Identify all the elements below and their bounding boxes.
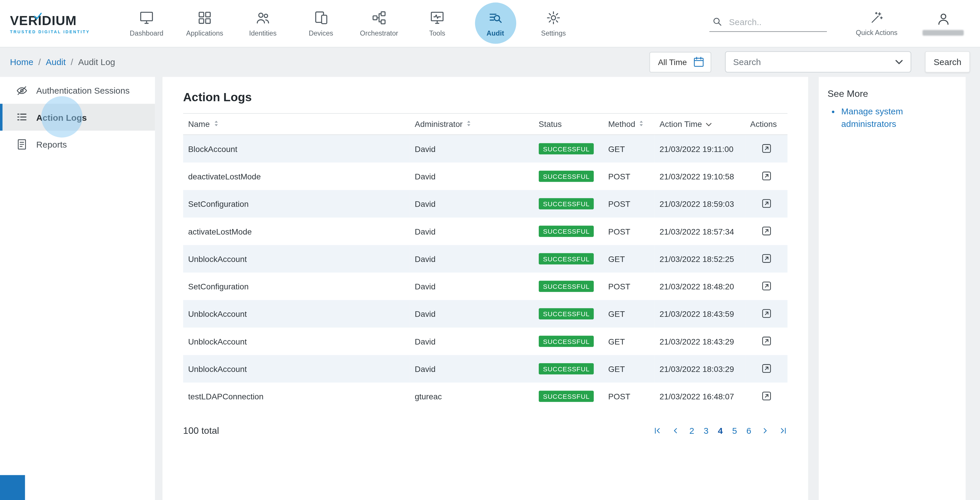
- cell-method: POST: [603, 272, 654, 300]
- nav-item-orchestrator[interactable]: Orchestrator: [350, 0, 408, 47]
- search-icon: [712, 16, 722, 27]
- view-log-button[interactable]: [759, 224, 773, 238]
- search-button[interactable]: Search: [925, 51, 970, 73]
- search-filter-dropdown[interactable]: Search: [725, 51, 912, 73]
- breadcrumb: Home / Audit / Audit Log: [10, 57, 115, 67]
- view-log-button[interactable]: [759, 141, 773, 156]
- table-header-row: Name Administrator Status Method Action …: [183, 113, 788, 135]
- cell-administrator: David: [410, 162, 534, 190]
- view-log-button[interactable]: [759, 306, 773, 321]
- cell-action-time: 21/03/2022 18:48:20: [654, 272, 745, 300]
- nav-item-audit[interactable]: Audit: [466, 0, 524, 47]
- table-row: BlockAccount David SUCCESSFUL GET 21/03/…: [183, 135, 788, 162]
- nav-item-dashboard[interactable]: Dashboard: [118, 0, 176, 47]
- sidebar-item-authentication-sessions[interactable]: Authentication Sessions: [0, 77, 155, 104]
- logo-wordmark: VERIDIUM: [10, 13, 77, 27]
- view-log-button[interactable]: [759, 169, 773, 183]
- view-log-icon: [760, 335, 772, 347]
- page-link-current[interactable]: 4: [718, 425, 723, 435]
- nav-item-label: Settings: [541, 29, 566, 37]
- table-row: deactivateLostMode David SUCCESSFUL POST…: [183, 162, 788, 190]
- table-row: activateLostMode David SUCCESSFUL POST 2…: [183, 218, 788, 245]
- view-log-icon: [760, 143, 772, 154]
- view-log-button[interactable]: [759, 251, 773, 266]
- column-header-administrator[interactable]: Administrator: [410, 113, 534, 135]
- veridium-logo[interactable]: VERIDIUM TRUSTED DIGITAL IDENTITY: [10, 13, 105, 33]
- column-header-name[interactable]: Name: [183, 113, 410, 135]
- see-more-title: See More: [827, 88, 957, 99]
- column-header-status: Status: [534, 113, 603, 135]
- sidebar-collapse-button[interactable]: [0, 475, 25, 500]
- view-log-button[interactable]: [759, 361, 773, 376]
- cell-name: UnblockAccount: [183, 245, 410, 272]
- breadcrumb-separator: /: [38, 57, 41, 67]
- content: Authentication Sessions Action Logs Repo…: [0, 77, 980, 500]
- search-filter-placeholder: Search: [733, 57, 761, 67]
- status-badge: SUCCESSFUL: [539, 391, 594, 402]
- nav-item-label: Dashboard: [130, 29, 163, 37]
- filter-controls: All Time Search Search: [649, 51, 970, 73]
- nav-item-settings[interactable]: Settings: [524, 0, 582, 47]
- main-panel: Action Logs Name Administrator Status Me…: [162, 77, 808, 500]
- nav-item-label: Audit: [487, 29, 504, 37]
- table-row: UnblockAccount David SUCCESSFUL GET 21/0…: [183, 300, 788, 328]
- sort-desc-icon: [706, 119, 712, 129]
- applications-icon: [197, 10, 213, 25]
- nav-item-applications[interactable]: Applications: [176, 0, 234, 47]
- calendar-icon: [692, 56, 705, 68]
- sidebar-item-action-logs[interactable]: Action Logs: [0, 104, 155, 131]
- status-badge: SUCCESSFUL: [539, 143, 594, 154]
- chevron-down-icon: [895, 58, 903, 66]
- view-log-button[interactable]: [759, 334, 773, 348]
- view-log-button[interactable]: [759, 389, 773, 403]
- table-row: UnblockAccount David SUCCESSFUL GET 21/0…: [183, 355, 788, 382]
- time-filter-label: All Time: [658, 57, 687, 67]
- view-log-button[interactable]: [759, 279, 773, 293]
- view-log-button[interactable]: [759, 196, 773, 211]
- first-page-icon: [653, 426, 662, 435]
- next-page-button[interactable]: [760, 426, 769, 435]
- total-count: 100 total: [183, 425, 219, 436]
- sidebar-item-reports[interactable]: Reports: [0, 131, 155, 158]
- view-log-icon: [760, 170, 772, 182]
- top-bar-right: Quick Actions: [710, 11, 980, 36]
- cell-action-time: 21/03/2022 18:52:25: [654, 245, 745, 272]
- view-log-icon: [760, 307, 772, 319]
- breadcrumb-link-home[interactable]: Home: [10, 57, 33, 67]
- prev-page-button[interactable]: [671, 426, 680, 435]
- dashboard-icon: [139, 10, 154, 25]
- cell-method: GET: [603, 245, 654, 272]
- sidebar-item-label: Authentication Sessions: [36, 86, 129, 96]
- breadcrumb-link-audit[interactable]: Audit: [46, 57, 65, 67]
- page-link[interactable]: 5: [732, 425, 737, 435]
- status-badge: SUCCESSFUL: [539, 253, 594, 264]
- cell-method: POST: [603, 162, 654, 190]
- top-bar: VERIDIUM TRUSTED DIGITAL IDENTITY Dashbo…: [0, 0, 980, 47]
- global-search-input[interactable]: [729, 17, 819, 27]
- cell-name: deactivateLostMode: [183, 162, 410, 190]
- column-header-action-time[interactable]: Action Time: [654, 113, 745, 135]
- table-row: UnblockAccount David SUCCESSFUL GET 21/0…: [183, 245, 788, 272]
- sort-icon: [213, 119, 218, 129]
- nav-item-identities[interactable]: Identities: [234, 0, 292, 47]
- first-page-button[interactable]: [653, 426, 662, 435]
- eye-off-icon: [16, 84, 28, 97]
- sort-icon: [466, 119, 471, 129]
- cell-action-time: 21/03/2022 16:48:07: [654, 382, 745, 410]
- page-link[interactable]: 3: [703, 425, 708, 435]
- table-row: UnblockAccount David SUCCESSFUL GET 21/0…: [183, 328, 788, 355]
- status-badge: SUCCESSFUL: [539, 308, 594, 319]
- page-link[interactable]: 2: [689, 425, 694, 435]
- user-menu[interactable]: [923, 11, 964, 36]
- quick-actions-button[interactable]: Quick Actions: [856, 11, 897, 36]
- nav-item-tools[interactable]: Tools: [408, 0, 466, 47]
- cell-name: UnblockAccount: [183, 300, 410, 328]
- cell-name: testLDAPConnection: [183, 382, 410, 410]
- orchestrator-icon: [371, 10, 387, 25]
- nav-item-devices[interactable]: Devices: [292, 0, 350, 47]
- last-page-button[interactable]: [779, 426, 788, 435]
- manage-administrators-link[interactable]: Manage system administrators: [841, 106, 903, 129]
- time-filter-button[interactable]: All Time: [649, 52, 711, 72]
- page-link[interactable]: 6: [746, 425, 751, 435]
- column-header-method[interactable]: Method: [603, 113, 654, 135]
